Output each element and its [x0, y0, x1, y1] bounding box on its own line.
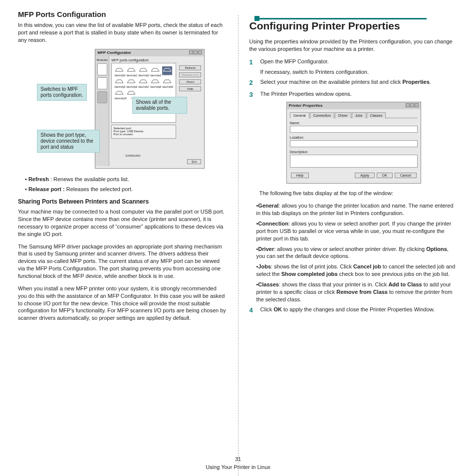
mfp-window-title-bar: MFP Configurator	[95, 49, 204, 56]
selected-port-info: Port type: USB Device: Port is unused.	[113, 130, 174, 136]
pp-cancel-button[interactable]: Cancel	[395, 173, 417, 178]
tab-classes[interactable]: Classes	[367, 112, 386, 118]
tab-connection[interactable]: Connection	[310, 112, 334, 118]
exit-button[interactable]: Exit	[187, 159, 201, 164]
step-3: 3 The Printer Properties window opens.	[249, 90, 459, 99]
configuring-intro: Using the properties window provided by …	[249, 38, 459, 53]
refresh-button[interactable]: Refresh	[179, 65, 201, 70]
help-button[interactable]: Help	[179, 86, 201, 91]
printer-properties-window: Printer Properties General Connection Dr…	[286, 102, 421, 184]
general-bullet: •General: allows you to change the print…	[256, 202, 459, 217]
port-item[interactable]: /dev/mfp10	[114, 89, 124, 98]
callout-switches: Switches to MPF ports configuration.	[37, 84, 87, 101]
pp-title: Printer Properties	[289, 103, 323, 108]
refresh-bullet: • Refresh : Renews the available ports l…	[25, 176, 227, 183]
mfp-screenshot: Switches to MPF ports configuration. Sho…	[40, 49, 205, 169]
port-item[interactable]: /dev/mfp8	[150, 78, 160, 87]
left-column: MFP Ports Configuration In this window, …	[0, 10, 238, 454]
page-columns: MFP Ports Configuration In this window, …	[0, 10, 476, 454]
tab-driver[interactable]: Driver	[335, 112, 351, 118]
mfp-window-title: MFP Configurator	[97, 50, 131, 55]
release-port-button[interactable]: Release port	[179, 72, 201, 77]
right-column: Configuring Printer Properties Using the…	[238, 10, 476, 454]
location-field: Location:	[290, 136, 418, 147]
sidebar-ports-icon[interactable]	[97, 91, 107, 103]
sidebar-printers-icon[interactable]	[97, 63, 107, 75]
pp-tabs: General Connection Driver Jobs Classes	[290, 112, 418, 118]
brand-label: SAMSUNG	[125, 154, 141, 157]
step-1: 1 Open the MFP Configurator. If necessar…	[249, 58, 459, 76]
port-item-selected[interactable]: /dev/mfp4	[162, 66, 172, 75]
driver-bullet: •Driver: allows you to view or select an…	[256, 245, 459, 260]
tab-general[interactable]: General	[290, 112, 309, 118]
section-rule	[257, 18, 427, 19]
description-input[interactable]	[290, 155, 418, 168]
port-item[interactable]: /dev/mfp0	[114, 66, 124, 75]
port-item[interactable]: /dev/mfp2	[138, 66, 148, 75]
port-item[interactable]: /dev/mfp6	[126, 78, 136, 87]
window-controls[interactable]	[189, 50, 202, 55]
configuring-heading: Configuring Printer Properties	[249, 20, 459, 32]
port-item[interactable]: /dev/mfp1	[126, 66, 136, 75]
callout-shows-port: Shows the port type, device connected to…	[37, 130, 100, 153]
pp-apply-button[interactable]: Apply	[355, 173, 375, 178]
port-item[interactable]: /dev/mfp3	[150, 66, 160, 75]
connection-bullet: •Connection: allows you to view or selec…	[256, 220, 459, 242]
share-p3: When you install a new MFP printer onto …	[18, 285, 227, 322]
chapter-title: Using Your Printer in Linux	[0, 464, 476, 471]
page-footer: 31 Using Your Printer in Linux	[0, 456, 476, 471]
port-item[interactable]: /dev/mfp9	[162, 78, 172, 87]
port-item[interactable]: /dev/mfp5	[114, 78, 124, 87]
tab-jobs[interactable]: Jobs	[352, 112, 366, 118]
mfp-heading: MFP Ports Configuration	[18, 10, 227, 18]
pp-ok-button[interactable]: OK	[377, 173, 393, 178]
location-input[interactable]	[290, 140, 418, 147]
share-p2: The Samsung MFP driver package provides …	[18, 243, 227, 280]
callout-shows-all: Shows all of the available ports.	[132, 97, 187, 114]
description-field: Description:	[290, 150, 418, 168]
window-controls[interactable]	[405, 103, 419, 108]
pp-help-button[interactable]: Help	[291, 173, 309, 178]
mfp-sidebar-label: Modules	[96, 58, 108, 61]
about-button[interactable]: About	[179, 79, 201, 84]
port-item[interactable]: /dev/mfp7	[138, 78, 148, 87]
tabs-intro: The following five tabs display at the t…	[259, 190, 459, 197]
sharing-subheading: Sharing Ports Between Printers and Scann…	[18, 198, 227, 205]
jobs-bullet: •Jobs: shows the list of print jobs. Cli…	[256, 263, 459, 278]
name-field: Name:	[290, 121, 418, 133]
pp-title-bar: Printer Properties	[287, 102, 421, 109]
printer-properties-screenshot: Printer Properties General Connection Dr…	[286, 102, 421, 184]
selected-port-box: Selected port: Port type: USB Device: Po…	[111, 125, 176, 139]
sidebar-scanners-icon[interactable]	[97, 77, 107, 89]
step-2: 2 Select your machine on the available p…	[249, 78, 459, 87]
classes-bullet: •Classes: shows the class that your prin…	[256, 281, 459, 303]
mfp-buttons: Refresh Release port About Help	[179, 65, 201, 93]
step-4: 4 Click OK to apply the changes and clos…	[249, 306, 459, 315]
release-bullet: • Release port : Releases the selected p…	[25, 186, 227, 193]
share-p1: Your machine may be connected to a host …	[18, 208, 227, 238]
name-input[interactable]	[290, 126, 418, 133]
mfp-area-label: MFP ports configuration:	[111, 58, 202, 62]
page-number: 31	[0, 456, 476, 463]
ports-grid: /dev/mfp0 /dev/mfp1 /dev/mfp2 /dev/mfp3 …	[111, 63, 176, 123]
mfp-intro: In this window, you can view the list of…	[18, 21, 227, 44]
